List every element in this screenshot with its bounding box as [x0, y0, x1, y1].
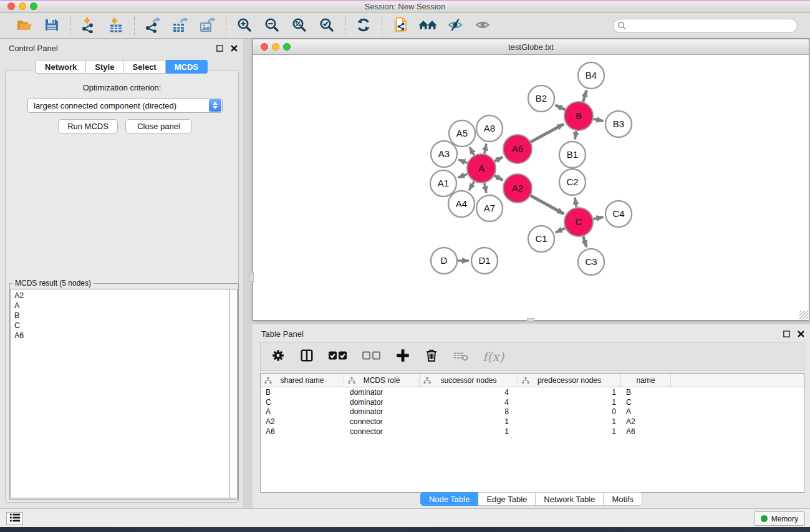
node-label-D: D: [441, 255, 448, 266]
tab-motifs[interactable]: Motifs: [604, 492, 642, 506]
network-window-titlebar[interactable]: testGlobe.txt: [253, 39, 809, 55]
edge-A-A2[interactable]: [494, 176, 503, 180]
open-folder-button[interactable]: [15, 16, 34, 35]
edge-B-B4[interactable]: [583, 90, 587, 102]
mcds-result-item[interactable]: A6: [11, 331, 229, 341]
edge-A6-B[interactable]: [531, 124, 564, 142]
edge-A2-C[interactable]: [531, 196, 564, 214]
table-row[interactable]: A2connector11A2: [261, 417, 804, 427]
column-header-label: shared name: [280, 376, 324, 385]
gear-button[interactable]: [271, 348, 286, 365]
zoom-selected-button[interactable]: [317, 16, 336, 35]
tab-select[interactable]: Select: [123, 60, 165, 74]
close-panel-icon[interactable]: [230, 44, 238, 55]
mcds-result-item[interactable]: C: [11, 321, 229, 331]
mcds-result-item[interactable]: A2: [11, 291, 229, 301]
mcds-result-list[interactable]: A2ABCA6: [11, 289, 229, 498]
select-all-button[interactable]: [328, 348, 348, 365]
edge-A-A4[interactable]: [469, 181, 474, 190]
tab-edge-table[interactable]: Edge Table: [478, 492, 536, 506]
mcds-result-scrollbar[interactable]: [229, 289, 238, 498]
table-panel-titlebar: Table Panel: [253, 324, 810, 343]
edge-B-B1[interactable]: [575, 131, 576, 140]
edge-A-A6[interactable]: [494, 157, 503, 162]
table-row[interactable]: A6connector11A6: [261, 427, 804, 437]
columns-icon: [299, 348, 314, 365]
float-panel-icon[interactable]: [216, 44, 224, 55]
network-horizontal-scroll-thumb[interactable]: [527, 318, 534, 322]
import-network-button[interactable]: [79, 16, 98, 35]
search-container: [613, 19, 798, 33]
float-table-panel-icon[interactable]: [783, 329, 791, 341]
table-panel: Table Panel f(x) shared nameMCDS rolesuc…: [253, 324, 810, 508]
table-row[interactable]: Bdominator41B: [261, 387, 804, 397]
edge-C-C2[interactable]: [575, 198, 576, 208]
memory-button[interactable]: Memory: [754, 511, 805, 526]
zoom-out-button[interactable]: [263, 16, 281, 35]
task-history-button[interactable]: [6, 512, 23, 525]
save-button[interactable]: [42, 16, 61, 35]
network-file-button[interactable]: [391, 16, 410, 35]
close-panel-button[interactable]: Close panel: [125, 119, 192, 133]
column-header-predecessor-nodes[interactable]: predecessor nodes: [518, 374, 621, 387]
mcds-result-item[interactable]: A: [11, 301, 229, 311]
network-canvas[interactable]: B4B2BB3A8A5A6A3B1AA1C2A2A4A7C4CC1C3DD1: [254, 56, 808, 319]
function-builder-button[interactable]: f(x): [483, 349, 504, 364]
export-network-button[interactable]: [143, 16, 162, 35]
mcds-result-item[interactable]: B: [11, 311, 229, 321]
home-button[interactable]: [418, 16, 437, 35]
edge-C-C1[interactable]: [556, 228, 565, 233]
edge-B-B3[interactable]: [594, 119, 604, 121]
table-cell: C: [621, 398, 671, 407]
export-table-button[interactable]: [171, 16, 190, 35]
table-row[interactable]: Cdominator41C: [261, 397, 804, 407]
deselect-all-button[interactable]: [362, 348, 382, 365]
edge-A-A8[interactable]: [485, 143, 486, 153]
resize-grip[interactable]: [799, 311, 808, 319]
table-cell: B: [261, 388, 344, 397]
edge-A-A3[interactable]: [458, 160, 467, 163]
tab-mcds[interactable]: MCDS: [166, 60, 208, 74]
search-input[interactable]: [613, 19, 798, 33]
delete-table-button[interactable]: [453, 348, 469, 365]
show-eye-button[interactable]: [473, 16, 492, 35]
table-cell: A6: [621, 427, 671, 436]
column-header-shared-name[interactable]: shared name: [261, 374, 344, 387]
edge-A-A7[interactable]: [485, 183, 486, 193]
trash-button[interactable]: [424, 348, 439, 365]
column-tree-icon: [348, 377, 355, 386]
close-table-panel-icon[interactable]: [797, 329, 805, 341]
table-row[interactable]: Adominator80A: [261, 407, 804, 417]
export-image-button[interactable]: [198, 16, 217, 35]
import-table-button[interactable]: [107, 16, 125, 35]
table-cell: 1: [518, 398, 621, 407]
edge-A-A5[interactable]: [470, 147, 474, 155]
tab-network-table[interactable]: Network Table: [536, 492, 604, 506]
columns-button[interactable]: [299, 348, 314, 365]
export-image-icon: [200, 17, 216, 35]
network-vertical-scroll-thumb[interactable]: [249, 273, 254, 282]
tab-style[interactable]: Style: [86, 60, 123, 74]
hide-eye-button[interactable]: [446, 16, 465, 35]
edge-B-B2[interactable]: [556, 105, 566, 110]
column-header-MCDS-role[interactable]: MCDS role: [344, 374, 420, 387]
column-header-name[interactable]: name: [621, 374, 671, 387]
criterion-select[interactable]: largest connected component (directed): [27, 98, 223, 113]
column-header-successor-nodes[interactable]: successor nodes: [420, 374, 518, 387]
select-stepper-icon: [209, 99, 221, 112]
edge-C-C3[interactable]: [583, 236, 586, 247]
deselect-all-icon: [362, 348, 382, 365]
table-cell: 8: [420, 407, 518, 416]
add-button[interactable]: [395, 348, 410, 365]
zoom-fit-button[interactable]: [290, 16, 309, 35]
tab-network[interactable]: Network: [36, 60, 86, 74]
edge-C-C4[interactable]: [594, 217, 604, 219]
refresh-button[interactable]: [354, 16, 373, 35]
run-mcds-button[interactable]: Run MCDS: [58, 119, 118, 133]
zoom-in-button[interactable]: [235, 16, 254, 35]
table-cell: A: [261, 407, 344, 416]
zoom-selected-icon: [319, 17, 335, 35]
column-header-label: predecessor nodes: [538, 376, 601, 385]
edge-A-A1[interactable]: [458, 174, 467, 178]
tab-node-table[interactable]: Node Table: [420, 492, 479, 506]
